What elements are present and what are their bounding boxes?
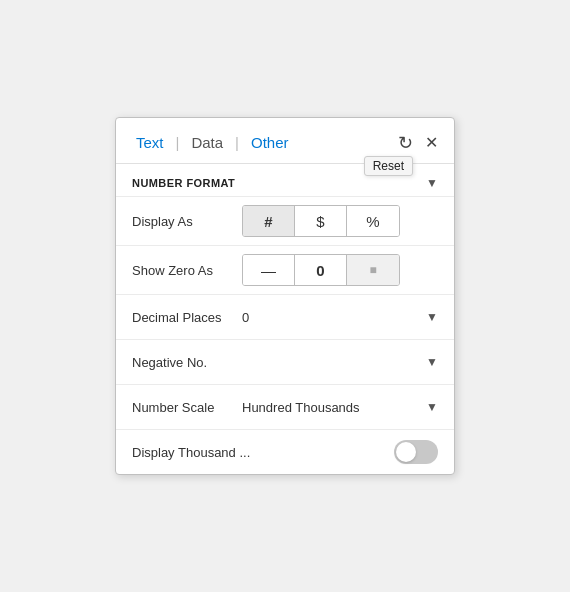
section-title: NUMBER FORMAT (132, 177, 235, 189)
display-as-group: # $ % (242, 205, 400, 237)
tab-separator-1: | (176, 134, 180, 151)
show-zero-as-label: Show Zero As (132, 263, 242, 278)
show-zero-as-row: Show Zero As — 0 ■ (116, 246, 454, 294)
display-thousand-toggle[interactable] (394, 440, 438, 464)
display-thousand-label: Display Thousand ... (132, 445, 250, 460)
display-thousand-control (250, 440, 438, 464)
reset-tooltip: Reset (364, 156, 413, 176)
close-button[interactable]: ✕ (425, 133, 438, 152)
decimal-places-row: Decimal Places 0 ▼ (116, 295, 454, 339)
tabs-header: Text | Data | Other ↻ Reset ✕ (116, 118, 454, 164)
show-zero-group: — 0 ■ (242, 254, 400, 286)
tab-text[interactable]: Text (132, 132, 168, 153)
tab-other[interactable]: Other (247, 132, 293, 153)
display-as-row: Display As # $ % (116, 197, 454, 245)
number-scale-control: Hundred Thousands ▼ (242, 400, 438, 415)
section-collapse-icon[interactable]: ▼ (426, 176, 438, 190)
show-zero-dash[interactable]: — (243, 255, 295, 285)
tab-actions: ↻ Reset ✕ (398, 133, 438, 152)
number-scale-value: Hundred Thousands (242, 400, 426, 415)
display-thousand-row: Display Thousand ... (116, 430, 454, 474)
negative-no-control: ▼ (242, 355, 438, 369)
reset-btn-wrap: ↻ Reset (398, 134, 413, 152)
display-as-dollar[interactable]: $ (295, 206, 347, 236)
display-as-hash[interactable]: # (243, 206, 295, 236)
number-scale-dropdown-icon[interactable]: ▼ (426, 400, 438, 414)
tab-data[interactable]: Data (187, 132, 227, 153)
decimal-places-value: 0 (242, 310, 426, 325)
tab-separator-2: | (235, 134, 239, 151)
show-zero-zero[interactable]: 0 (295, 255, 347, 285)
display-as-label: Display As (132, 214, 242, 229)
display-thousand-toggle-knob (396, 442, 416, 462)
show-zero-as-control: — 0 ■ (242, 254, 438, 286)
display-as-percent[interactable]: % (347, 206, 399, 236)
negative-no-row: Negative No. ▼ (116, 340, 454, 384)
decimal-places-label: Decimal Places (132, 310, 242, 325)
reset-icon[interactable]: ↻ (398, 134, 413, 152)
panel: Text | Data | Other ↻ Reset ✕ NUMBER FOR… (115, 117, 455, 475)
number-scale-label: Number Scale (132, 400, 242, 415)
decimal-places-dropdown-icon[interactable]: ▼ (426, 310, 438, 324)
decimal-places-control: 0 ▼ (242, 310, 438, 325)
number-scale-row: Number Scale Hundred Thousands ▼ (116, 385, 454, 429)
negative-no-dropdown-icon[interactable]: ▼ (426, 355, 438, 369)
negative-no-label: Negative No. (132, 355, 242, 370)
display-as-control: # $ % (242, 205, 438, 237)
show-zero-box[interactable]: ■ (347, 255, 399, 285)
